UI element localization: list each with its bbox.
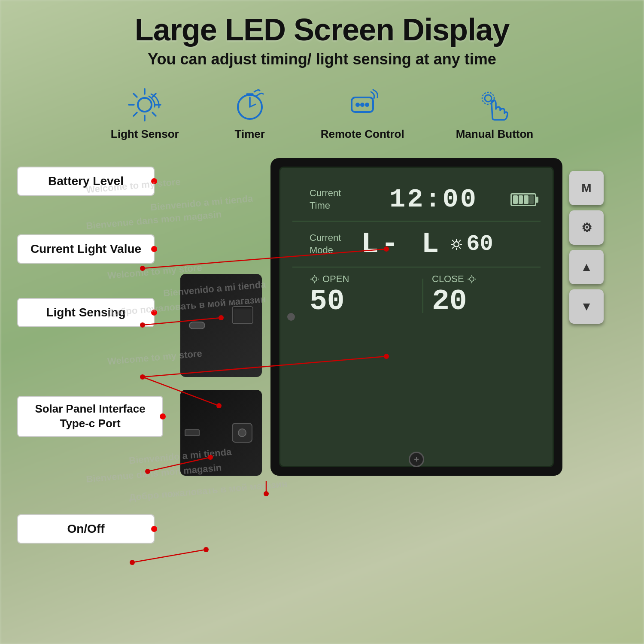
lcd-open-section: OPEN 50 [310, 273, 414, 318]
lcd-close-value: 20 [432, 285, 467, 318]
lcd-time-row: CurrentTime 12:00 [292, 178, 541, 222]
solar-red-dot [160, 413, 166, 419]
lcd-close-section: CLOSE 20 [432, 273, 536, 318]
device-left-spacer [180, 158, 266, 265]
usb-c-port [189, 322, 205, 329]
svg-point-16 [365, 103, 369, 107]
sun-icon-lcd [450, 238, 463, 251]
lcd-divider [422, 279, 423, 313]
current-light-value-label: Current Light Value [17, 234, 155, 264]
svg-line-8 [134, 112, 137, 116]
lcd-mode-light: 60 [450, 231, 493, 257]
battery-bar-1 [513, 195, 518, 204]
device-main: CurrentTime 12:00 [270, 158, 627, 476]
battery-red-dot [151, 178, 157, 184]
svg-line-5 [134, 94, 137, 97]
on-off-entry: On/Off [17, 514, 180, 544]
lcd-screen: CurrentTime 12:00 [279, 167, 554, 467]
battery-bar-4 [529, 195, 534, 204]
svg-line-6 [152, 112, 156, 116]
icons-row: Light Sensor Timer R [0, 73, 644, 145]
svg-point-15 [360, 103, 365, 107]
svg-point-33 [470, 277, 474, 281]
lcd-battery-icon [510, 193, 536, 206]
current-light-value-entry: Current Light Value [17, 234, 180, 264]
up-button[interactable]: ▲ [569, 250, 604, 284]
solar-panel-label: Solar Panel InterfaceType-c Port [17, 396, 163, 437]
battery-level-label: Battery Level [17, 167, 155, 196]
svg-point-28 [313, 277, 317, 281]
lcd-open-label: OPEN [310, 273, 349, 285]
open-label-text: OPEN [322, 273, 349, 285]
lcd-mode-row: CurrentMode L- L [292, 222, 541, 267]
icon-label-manual: Manual Button [456, 128, 534, 141]
screw-plus: + [414, 455, 419, 465]
light-sensing-label: Light Sensing [17, 298, 155, 327]
light-sensing-entry: Light Sensing [17, 298, 180, 327]
main-title: Large LED Screen Display [9, 13, 635, 47]
battery-bar-3 [524, 195, 529, 204]
icon-item-light-sensor: Light Sensor [111, 85, 179, 141]
down-button[interactable]: ▼ [569, 289, 604, 324]
device-body: CurrentTime 12:00 [270, 158, 562, 476]
port-side-button [232, 306, 253, 324]
svg-line-26 [459, 240, 461, 242]
light-sensing-red-dot [151, 310, 157, 316]
remote-control-icon [343, 85, 382, 124]
screw: + [409, 452, 424, 467]
onoff-red-dot [151, 526, 157, 532]
light-sensor-icon [125, 85, 164, 124]
header: Large LED Screen Display You can adjust … [0, 0, 644, 73]
solar-port-photo [180, 274, 262, 377]
svg-line-27 [452, 247, 454, 249]
cable-connector [185, 429, 200, 436]
lcd-close-label: CLOSE [432, 273, 477, 285]
battery-body [510, 193, 536, 206]
gear-button[interactable]: ⚙ [569, 210, 604, 245]
icon-item-timer: Timer [231, 85, 269, 141]
lcd-mode-content: L- L [357, 228, 536, 261]
on-off-switch [232, 423, 252, 443]
svg-line-24 [452, 240, 454, 242]
lcd-bottom-row: OPEN 50 CLOSE [292, 267, 541, 324]
close-label-text: CLOSE [432, 273, 464, 285]
sun-icon-close [467, 274, 477, 284]
icon-label-remote: Remote Control [321, 128, 404, 141]
lcd-mode-num: 60 [466, 231, 493, 257]
lcd-mode-value: L- L [361, 228, 441, 261]
labels-panel: Battery Level Current Light Value Light … [17, 158, 180, 544]
icon-item-manual: Manual Button [456, 85, 534, 141]
svg-line-11 [250, 104, 255, 107]
lcd-open-value: 50 [310, 285, 345, 318]
on-off-label: On/Off [17, 514, 155, 544]
battery-bar-2 [519, 195, 523, 204]
main-area: Battery Level Current Light Value Light … [0, 149, 644, 552]
svg-point-55 [130, 560, 135, 565]
side-buttons: M ⚙ ▲ ▼ [569, 158, 604, 476]
icon-label-timer: Timer [235, 128, 265, 141]
svg-point-18 [482, 92, 494, 104]
svg-line-25 [459, 247, 461, 249]
device-area: CurrentTime 12:00 [180, 158, 627, 476]
solar-panel-entry: Solar Panel InterfaceType-c Port [17, 396, 180, 437]
lcd-current-mode-label: CurrentMode [310, 232, 357, 256]
subtitle: You can adjust timing/ light sensing at … [9, 50, 635, 68]
m-button[interactable]: M [569, 171, 604, 205]
lcd-time-value: 12:00 [357, 184, 510, 215]
device-left-panel [180, 158, 266, 476]
lcd-current-time-label: CurrentTime [310, 187, 357, 212]
manual-button-icon [475, 85, 514, 124]
svg-point-14 [355, 103, 360, 107]
on-off-photo [180, 390, 262, 476]
svg-point-17 [485, 95, 492, 102]
light-value-red-dot [151, 246, 157, 252]
icon-label-light-sensor: Light Sensor [111, 128, 179, 141]
svg-point-0 [138, 98, 152, 112]
sun-icon-open [310, 274, 320, 284]
battery-level-entry: Battery Level [17, 167, 180, 196]
svg-point-19 [454, 242, 459, 247]
timer-icon [231, 85, 269, 124]
icon-item-remote: Remote Control [321, 85, 404, 141]
